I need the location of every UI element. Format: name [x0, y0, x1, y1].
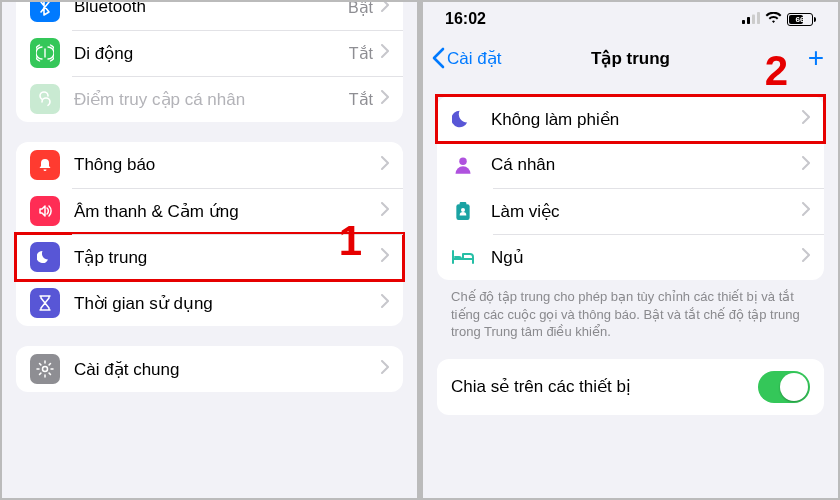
row-hotspot[interactable]: Điểm truy cập cá nhân Tắt	[16, 76, 403, 122]
row-value: Bật	[348, 0, 373, 17]
svg-rect-2	[747, 17, 750, 24]
group-alerts: Thông báo Âm thanh & Cảm ứng Tập trung	[16, 142, 403, 326]
row-cellular[interactable]: Di động Tắt	[16, 30, 403, 76]
row-notifications[interactable]: Thông báo	[16, 142, 403, 188]
status-bar: 16:02 66	[423, 2, 838, 36]
chevron-right-icon	[802, 156, 810, 174]
chevron-right-icon	[381, 156, 389, 174]
row-share-across-devices[interactable]: Chia sẻ trên các thiết bị	[437, 359, 824, 415]
bell-icon	[30, 150, 60, 180]
row-label: Thời gian sử dụng	[74, 293, 381, 314]
nav-bar: Cài đặt Tập trung +	[423, 36, 838, 80]
svg-rect-3	[752, 15, 755, 25]
row-label: Tập trung	[74, 247, 381, 268]
row-label: Di động	[74, 43, 349, 64]
bluetooth-icon	[30, 0, 60, 22]
row-label: Bluetooth	[74, 0, 348, 17]
gear-icon	[30, 354, 60, 384]
svg-point-8	[461, 208, 465, 212]
group-focus-modes: Không làm phiền Cá nhân Làm việc	[437, 96, 824, 280]
chevron-right-icon	[381, 44, 389, 62]
hourglass-icon	[30, 288, 60, 318]
row-personal[interactable]: Cá nhân	[437, 142, 824, 188]
svg-rect-4	[757, 12, 760, 24]
speaker-icon	[30, 196, 60, 226]
row-screentime[interactable]: Thời gian sử dụng	[16, 280, 403, 326]
row-dnd[interactable]: Không làm phiền	[437, 96, 824, 142]
row-label: Điểm truy cập cá nhân	[74, 89, 349, 110]
back-label: Cài đặt	[447, 48, 501, 69]
settings-list: Bluetooth Bật Di động Tắt	[2, 0, 417, 392]
row-label: Không làm phiền	[491, 109, 802, 130]
row-label: Cài đặt chung	[74, 359, 381, 380]
hotspot-icon	[30, 84, 60, 114]
focus-description: Chế độ tập trung cho phép bạn tùy chỉnh …	[423, 280, 838, 341]
row-label: Ngủ	[491, 247, 802, 268]
chevron-right-icon	[381, 360, 389, 378]
moon-icon	[451, 107, 475, 131]
chevron-right-icon	[381, 248, 389, 266]
svg-rect-7	[460, 202, 467, 205]
moon-icon	[30, 242, 60, 272]
svg-point-0	[43, 367, 48, 372]
bed-icon	[451, 245, 475, 269]
row-value: Tắt	[349, 90, 373, 109]
chevron-right-icon	[802, 202, 810, 220]
row-sounds[interactable]: Âm thanh & Cảm ứng	[16, 188, 403, 234]
row-bluetooth[interactable]: Bluetooth Bật	[16, 0, 403, 30]
row-sleep[interactable]: Ngủ	[437, 234, 824, 280]
chevron-right-icon	[381, 294, 389, 312]
wifi-icon	[765, 10, 782, 28]
battery-icon: 66	[787, 13, 816, 26]
chevron-right-icon	[802, 248, 810, 266]
row-value: Tắt	[349, 44, 373, 63]
chevron-right-icon	[381, 90, 389, 108]
phone-left: Bluetooth Bật Di động Tắt	[0, 0, 419, 500]
back-button[interactable]: Cài đặt	[431, 47, 501, 69]
row-label: Thông báo	[74, 155, 381, 175]
row-work[interactable]: Làm việc	[437, 188, 824, 234]
row-general[interactable]: Cài đặt chung	[16, 346, 403, 392]
group-connectivity: Bluetooth Bật Di động Tắt	[16, 0, 403, 122]
group-general: Cài đặt chung	[16, 346, 403, 392]
signal-icon	[742, 10, 760, 28]
phone-right: 16:02 66 Cài đặt Tập trung + Không	[419, 0, 840, 500]
status-time: 16:02	[445, 10, 486, 28]
add-button[interactable]: +	[808, 48, 824, 68]
toggle-switch[interactable]	[758, 371, 810, 403]
nav-title: Tập trung	[591, 48, 670, 69]
svg-point-5	[459, 158, 467, 166]
badge-icon	[451, 199, 475, 223]
chevron-right-icon	[381, 202, 389, 220]
chevron-right-icon	[802, 110, 810, 128]
cellular-icon	[30, 38, 60, 68]
person-icon	[451, 153, 475, 177]
row-label: Âm thanh & Cảm ứng	[74, 201, 381, 222]
chevron-right-icon	[381, 0, 389, 16]
svg-rect-1	[742, 20, 745, 24]
row-focus[interactable]: Tập trung	[16, 234, 403, 280]
row-label: Làm việc	[491, 201, 802, 222]
row-label: Cá nhân	[491, 155, 802, 175]
toggle-label: Chia sẻ trên các thiết bị	[451, 376, 631, 397]
